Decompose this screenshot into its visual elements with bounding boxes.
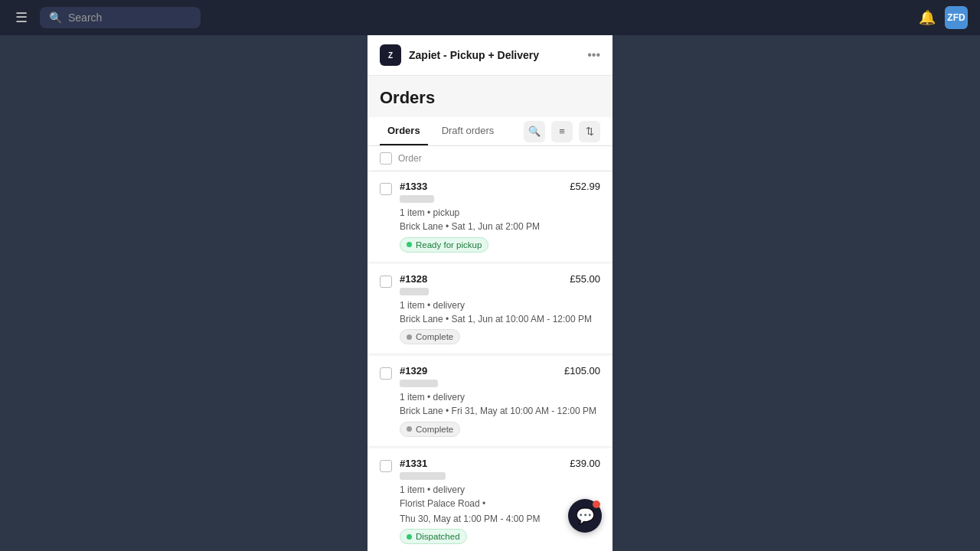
order-price: £39.00 [570, 458, 600, 469]
main-area: Z Zapiet - Pickup + Delivery ••• Orders … [0, 35, 980, 551]
order-price: £52.99 [570, 181, 600, 192]
order-item[interactable]: #1331 £39.00 1 item • delivery Florist P… [368, 448, 612, 552]
order-list: #1333 £52.99 1 item • pickup Brick Lane … [368, 171, 612, 551]
customer-name-redacted [400, 380, 438, 387]
app-logo: Z [380, 44, 401, 66]
hamburger-icon[interactable]: ☰ [12, 6, 31, 29]
order-checkbox[interactable] [380, 367, 392, 380]
order-content: #1329 £105.00 1 item • delivery Brick La… [400, 365, 600, 437]
status-badge: Ready for pickup [400, 237, 488, 253]
order-checkbox[interactable] [380, 183, 392, 195]
tab-icons: 🔍 ≡ ⇅ [524, 121, 600, 142]
order-top-row: #1333 £52.99 [400, 181, 600, 192]
status-dot [407, 242, 412, 247]
order-location: Brick Lane • Sat 1, Jun at 10:00 AM - 12… [400, 314, 600, 324]
app-header: Z Zapiet - Pickup + Delivery ••• [368, 35, 612, 76]
tab-orders[interactable]: Orders [380, 117, 428, 145]
notification-bell-icon[interactable]: 🔔 [919, 9, 936, 26]
select-all-checkbox[interactable] [380, 152, 392, 165]
sort-icon[interactable]: ⇅ [579, 121, 600, 142]
app-panel: Z Zapiet - Pickup + Delivery ••• Orders … [368, 35, 612, 551]
order-price: £105.00 [564, 365, 600, 377]
search-bar[interactable]: 🔍 Search [40, 7, 201, 28]
orders-section: Orders Orders Draft orders 🔍 ≡ ⇅ Order [368, 76, 612, 551]
tabs-row: Orders Draft orders 🔍 ≡ ⇅ [368, 117, 612, 146]
order-checkbox[interactable] [380, 276, 392, 288]
topbar: ☰ 🔍 Search 🔔 ZFD [0, 0, 980, 35]
chat-notification-badge [593, 500, 600, 508]
order-number: #1333 [400, 181, 427, 192]
order-content: #1331 £39.00 1 item • delivery Florist P… [400, 458, 600, 545]
filter-icon[interactable]: ≡ [551, 121, 573, 142]
badge-label: Complete [416, 425, 453, 434]
order-number: #1328 [400, 273, 427, 285]
status-dot [407, 334, 412, 340]
customer-name-redacted [400, 288, 429, 295]
badge-label: Ready for pickup [416, 240, 482, 249]
page-title: Orders [380, 88, 435, 107]
order-number: #1331 [400, 458, 427, 469]
status-badge: Complete [400, 422, 460, 437]
order-number: #1329 [400, 365, 427, 377]
chat-button[interactable]: 💬 [568, 499, 602, 533]
order-location: Brick Lane • Fri 31, May at 10:00 AM - 1… [400, 406, 600, 416]
order-checkbox[interactable] [380, 460, 392, 472]
search-icon: 🔍 [49, 11, 62, 24]
order-item[interactable]: #1333 £52.99 1 item • pickup Brick Lane … [368, 171, 612, 262]
order-content: #1328 £55.00 1 item • delivery Brick Lan… [400, 273, 600, 345]
order-content: #1333 £52.99 1 item • pickup Brick Lane … [400, 181, 600, 253]
status-dot [407, 534, 412, 540]
status-badge: Complete [400, 329, 460, 344]
order-meta: 1 item • delivery [400, 392, 600, 403]
app-title: Zapiet - Pickup + Delivery [409, 49, 580, 61]
search-filter-icon[interactable]: 🔍 [524, 121, 545, 142]
column-header: Order [368, 146, 612, 171]
more-options-icon[interactable]: ••• [587, 48, 600, 62]
order-top-row: #1328 £55.00 [400, 273, 600, 285]
order-item[interactable]: #1328 £55.00 1 item • delivery Brick Lan… [368, 264, 612, 355]
customer-name-redacted [400, 195, 434, 203]
orders-title-bar: Orders [368, 76, 612, 114]
badge-label: Dispatched [416, 532, 460, 541]
status-dot [407, 426, 412, 432]
order-meta: 1 item • delivery [400, 300, 600, 311]
order-meta: 1 item • pickup [400, 207, 600, 218]
order-top-row: #1331 £39.00 [400, 458, 600, 469]
user-avatar[interactable]: ZFD [945, 6, 968, 29]
chat-icon: 💬 [576, 507, 595, 525]
order-item[interactable]: #1329 £105.00 1 item • delivery Brick La… [368, 356, 612, 447]
status-badge: Dispatched [400, 529, 467, 544]
search-label: Search [68, 11, 102, 24]
customer-name-redacted [400, 472, 446, 480]
order-meta: 1 item • delivery [400, 484, 600, 495]
order-location: Brick Lane • Sat 1, Jun at 2:00 PM [400, 221, 600, 232]
badge-label: Complete [416, 332, 453, 341]
order-price: £55.00 [570, 273, 600, 285]
tab-draft-orders[interactable]: Draft orders [434, 117, 502, 145]
order-top-row: #1329 £105.00 [400, 365, 600, 377]
order-column-label: Order [398, 153, 422, 164]
